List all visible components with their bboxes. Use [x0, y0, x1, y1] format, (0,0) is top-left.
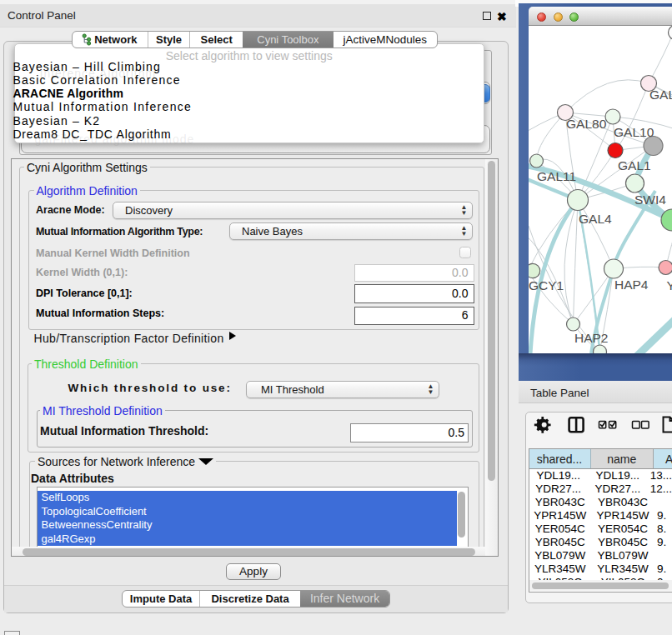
- svg-text:HAP4: HAP4: [614, 278, 649, 292]
- svg-text:GAL10: GAL10: [614, 125, 654, 139]
- svg-text:GAL80: GAL80: [566, 117, 607, 131]
- svg-text:GCY1: GCY1: [529, 278, 564, 292]
- svg-text:SWI4: SWI4: [634, 192, 666, 207]
- svg-text:GAL11: GAL11: [537, 169, 576, 183]
- svg-text:YER: YER: [667, 278, 672, 292]
- svg-text:HAP2: HAP2: [574, 331, 609, 345]
- svg-text:GAL1: GAL1: [618, 158, 651, 172]
- svg-text:GAL7: GAL7: [649, 88, 672, 102]
- svg-text:GAL4: GAL4: [579, 212, 612, 226]
